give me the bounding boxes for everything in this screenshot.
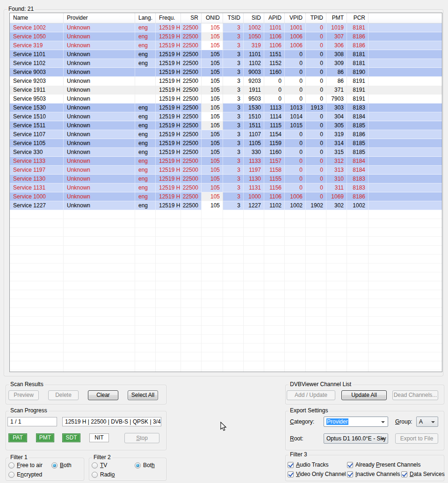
transponder-field[interactable]: 12519 H | 22500 | DVB-S | QPSK | 3/4 xyxy=(62,417,161,426)
found-count: 21 xyxy=(28,6,34,12)
service-table[interactable]: NameProviderLang.Frequ.SRONIDTSIDSIDAPID… xyxy=(9,13,442,372)
empty-table-cell xyxy=(223,308,244,317)
table-row[interactable]: Service 1197Unknowneng12519 H22500105311… xyxy=(10,166,442,175)
table-row[interactable]: Service 1050Unknowneng12519 H22500105310… xyxy=(10,32,442,41)
column-header-sid[interactable]: SID xyxy=(244,13,264,23)
radio-free-to-air[interactable]: Free to air xyxy=(8,462,43,468)
clear-button[interactable]: Clear xyxy=(88,390,118,400)
table-row[interactable]: Service 1000Unknowneng12519 H22500105310… xyxy=(10,192,442,201)
table-row[interactable]: Service 1107Unknowneng12519 H22500105311… xyxy=(10,130,442,139)
table-cell-sid: 9003 xyxy=(244,68,264,77)
empty-table-cell xyxy=(181,352,202,361)
column-header-provider[interactable]: Provider xyxy=(64,13,135,23)
table-row[interactable]: Service 9203Unknown12519 H22500105392030… xyxy=(10,77,442,86)
empty-table-cell xyxy=(156,281,181,290)
group-combobox[interactable]: A xyxy=(416,417,438,427)
table-row[interactable]: Service 319Unknowneng12519 H225001053319… xyxy=(10,41,442,50)
table-row[interactable]: Service 1002Unknowneng12519 H22500105310… xyxy=(10,23,442,32)
table-cell-frequ: 12519 H xyxy=(156,148,181,157)
radio-tv[interactable]: TV xyxy=(92,462,107,468)
select-all-button[interactable]: Select All xyxy=(128,390,158,400)
empty-table-cell xyxy=(285,246,306,255)
checkbox-data-services[interactable]: Data Services xyxy=(401,471,445,477)
table-cell-pmt: 1019 xyxy=(326,23,347,32)
empty-table-cell xyxy=(135,344,156,352)
column-header-onid[interactable]: ONID xyxy=(202,13,223,23)
table-row[interactable]: Service 9003Unknown12519 H22500105390031… xyxy=(10,68,442,77)
stop-button[interactable]: Stop xyxy=(124,433,159,443)
empty-table-cell xyxy=(64,361,135,370)
checkbox-inactive-channels[interactable]: Inactive Channels xyxy=(347,471,400,477)
empty-table-cell xyxy=(223,272,244,281)
column-header-name[interactable]: Name xyxy=(10,13,64,23)
table-cell-frequ: 12519 H xyxy=(156,86,181,95)
table-cell-tsid: 3 xyxy=(223,192,244,201)
radio-radio[interactable]: Radio xyxy=(92,471,115,478)
checkbox-checked-icon xyxy=(288,462,294,468)
table-row[interactable]: Service 1133Unknowneng12519 H22500105311… xyxy=(10,157,442,166)
column-header-tsid[interactable]: TSID xyxy=(223,13,244,23)
table-row[interactable]: Service 1511Unknowneng12519 H22500105315… xyxy=(10,121,442,130)
table-cell-frequ: 12519 H xyxy=(156,41,181,50)
root-combobox[interactable]: Optus D1 160.0°E - Sky xyxy=(324,433,388,444)
column-header-vpid[interactable]: VPID xyxy=(285,13,306,23)
column-header-pmt[interactable]: PMT xyxy=(326,13,347,23)
delete-button[interactable]: Delete xyxy=(48,390,79,400)
table-row[interactable]: Service 1911Unknown12519 H22500105319110… xyxy=(10,86,442,95)
radio-both-filter1[interactable]: Both xyxy=(51,462,72,468)
table-cell-sid: 1105 xyxy=(244,139,264,148)
dead-channels-button[interactable]: Dead Channels... xyxy=(392,390,438,400)
empty-table-cell xyxy=(244,255,264,263)
empty-table-cell xyxy=(64,326,135,335)
table-cell-filler xyxy=(369,157,442,166)
column-header-lang[interactable]: Lang. xyxy=(135,13,156,23)
empty-table-cell xyxy=(347,370,369,372)
update-all-button[interactable]: Update All xyxy=(341,390,387,400)
export-to-file-button[interactable]: Export to File xyxy=(395,433,438,444)
empty-table-cell xyxy=(156,326,181,335)
empty-table-row xyxy=(10,370,442,372)
table-row[interactable]: Service 1131Unknowneng12519 H22500105311… xyxy=(10,183,442,192)
table-row[interactable]: Service 1130Unknowneng12519 H22500105311… xyxy=(10,175,442,183)
empty-table-cell xyxy=(347,246,369,255)
table-cell-tpid: 0 xyxy=(306,121,326,130)
table-cell-pmt: 313 xyxy=(326,166,347,175)
table-row[interactable]: Service 1530Unknowneng12519 H22500105315… xyxy=(10,103,442,112)
table-row[interactable]: Service 1105Unknowneng12519 H22500105311… xyxy=(10,139,442,148)
column-header-apid[interactable]: APID xyxy=(264,13,285,23)
empty-table-row xyxy=(10,228,442,237)
category-combobox[interactable]: Provider xyxy=(324,417,388,427)
empty-table-cell xyxy=(264,361,285,370)
column-header-sr[interactable]: SR xyxy=(181,13,202,23)
column-header-frequ[interactable]: Frequ. xyxy=(156,13,181,23)
table-row[interactable]: Service 330Unknowneng12519 H225001053330… xyxy=(10,148,442,157)
radio-encrypted[interactable]: Encrypted xyxy=(8,471,42,478)
table-cell-pcr: 8181 xyxy=(347,23,369,32)
checkbox-audio-tracks[interactable]: Audio Tracks xyxy=(288,461,328,468)
table-row[interactable]: Service 1227Unknowneng12519 H22500105312… xyxy=(10,201,442,210)
column-header-pcr[interactable]: PCR xyxy=(347,13,369,23)
table-row[interactable]: Service 9503Unknown12519 H22500105395030… xyxy=(10,95,442,103)
radio-both-filter2[interactable]: Both xyxy=(135,462,155,468)
empty-table-cell xyxy=(223,370,244,372)
empty-table-cell xyxy=(347,335,369,344)
table-row[interactable]: Service 1510Unknowneng12519 H22500105315… xyxy=(10,112,442,121)
table-cell-filler xyxy=(369,183,442,192)
checkbox-video-only-channel[interactable]: Video Only Channel xyxy=(288,471,346,477)
empty-table-cell xyxy=(326,335,347,344)
channel-scan-dialog: Found: 21 NameProviderLang.Frequ.SRONIDT… xyxy=(0,0,448,483)
preview-button[interactable]: Preview xyxy=(8,390,39,400)
progress-count-field[interactable]: 1 / 1 xyxy=(7,417,57,426)
table-row[interactable]: Service 1101Unknowneng12519 H22500105311… xyxy=(10,50,442,59)
empty-table-cell xyxy=(181,361,202,370)
empty-table-cell xyxy=(181,237,202,246)
empty-table-cell xyxy=(285,290,306,299)
table-cell-provider: Unknown xyxy=(64,130,135,139)
table-row[interactable]: Service 1102Unknowneng12519 H22500105311… xyxy=(10,59,442,68)
column-header-tpid[interactable]: TPID xyxy=(306,13,326,23)
table-cell-tsid: 3 xyxy=(223,23,244,32)
checkbox-already-present-channels[interactable]: Already Present Channels xyxy=(347,461,420,468)
empty-table-cell xyxy=(10,237,64,246)
add-update-button[interactable]: Add / Update xyxy=(287,390,335,400)
empty-table-cell xyxy=(369,370,442,372)
